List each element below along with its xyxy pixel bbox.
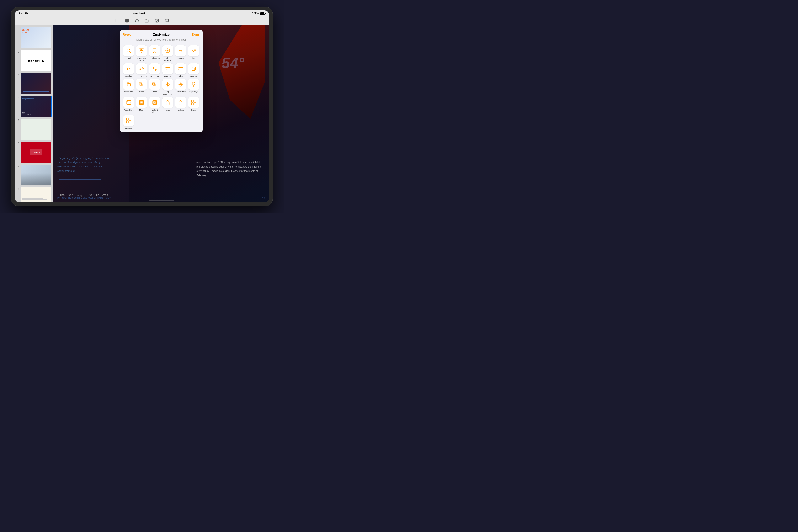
tool-flip-horizontal[interactable]: Flip Horizontal — [162, 79, 173, 95]
list-item[interactable]: 5 — [16, 118, 52, 140]
tool-presenter-label: Presenter Mode — [136, 57, 147, 62]
svg-rect-59 — [140, 101, 143, 104]
page-thumbnail[interactable]: I began my study... FEB.30' jogging — [21, 96, 52, 117]
customize-modal: Reset Customize Done Drag to add or remo… — [120, 30, 203, 132]
toolbar-folder-btn[interactable] — [142, 17, 152, 24]
tool-smaller[interactable]: A + Smaller — [123, 63, 134, 77]
tool-indent[interactable]: Indent — [175, 63, 186, 77]
flip-v-icon — [178, 82, 183, 87]
battery-fill — [260, 13, 264, 14]
tool-forward-label: Forward — [190, 75, 197, 77]
folder-icon — [145, 19, 149, 23]
page-thumbnail[interactable] — [21, 164, 52, 186]
tool-back-icon-box — [149, 79, 160, 90]
tool-mask[interactable]: Mask — [136, 97, 147, 113]
tool-unlock[interactable]: Unlock — [175, 97, 186, 113]
tool-group[interactable]: Group — [188, 97, 200, 113]
tool-find[interactable]: Find — [123, 45, 134, 62]
tool-ungroup[interactable]: Ungroup — [123, 115, 134, 129]
clock-icon — [135, 19, 139, 23]
status-date: Mon Jun 6 — [132, 12, 145, 15]
tool-select-objects-icon-box — [162, 45, 173, 56]
tool-mask-label: Mask — [139, 109, 144, 111]
tool-connect-icon-box — [175, 45, 186, 56]
battery-percent: 100% — [252, 12, 259, 15]
tool-paste-style[interactable]: Paste Style — [123, 97, 134, 113]
tool-mask-icon-box — [136, 97, 147, 108]
svg-rect-68 — [126, 118, 129, 120]
tool-select-objects[interactable]: Select Objects — [162, 45, 173, 62]
tool-superscript[interactable]: A 1 Superscript — [136, 63, 147, 77]
lock-icon — [165, 100, 170, 105]
tool-subscript[interactable]: A 1 Subscript — [149, 63, 160, 77]
tool-lock-icon-box — [162, 97, 173, 108]
tool-backward[interactable]: Backward — [123, 79, 134, 95]
back-icon — [152, 82, 157, 87]
toolbar-clock-btn[interactable] — [132, 17, 141, 24]
svg-text:+: + — [129, 67, 130, 70]
tool-presenter-icon-box — [136, 45, 147, 56]
copy-style-icon — [191, 82, 196, 87]
modal-caret — [159, 34, 163, 37]
battery-icon — [260, 12, 265, 15]
table-icon — [125, 19, 129, 23]
svg-point-29 — [179, 50, 179, 51]
tool-connect[interactable]: Connect — [175, 45, 186, 62]
list-item[interactable]: 2 BENEFITS — [16, 50, 52, 72]
tool-bigger[interactable]: A Bigger — [188, 45, 200, 62]
svg-point-5 — [115, 22, 116, 22]
page-thumbnail[interactable]: PRODUCT — [21, 141, 52, 163]
tool-instant-alpha-icon-box — [149, 97, 160, 108]
tool-instant-alpha[interactable]: Instant Alpha — [149, 97, 160, 113]
toolbar-table-btn[interactable] — [122, 17, 132, 24]
tool-paste-style-icon-box — [123, 97, 134, 108]
page-num: 4 — [16, 96, 19, 99]
tool-bookmarks-label: Bookmarks — [150, 57, 159, 59]
tool-lock[interactable]: Lock — [162, 97, 173, 113]
tool-backward-label: Backward — [124, 91, 133, 93]
list-item[interactable]: 3 — [16, 73, 52, 94]
tool-outdent[interactable]: Outdent — [162, 63, 173, 77]
find-icon — [126, 48, 131, 53]
toolbar-comment-btn[interactable] — [162, 17, 171, 24]
tool-presenter-mode[interactable]: Presenter Mode — [136, 45, 147, 62]
status-right: ▲ 100% — [249, 12, 265, 15]
page-num: 1 — [16, 27, 19, 30]
page-thumbnail[interactable] — [21, 73, 52, 94]
tool-subscript-icon-box: A 1 — [149, 63, 160, 74]
list-item[interactable]: 1 CALMAt 54 — [16, 27, 52, 49]
svg-rect-63 — [179, 102, 182, 105]
page-num: 6 — [16, 141, 19, 145]
bigger-icon: A — [191, 48, 196, 53]
tool-bookmarks[interactable]: Bookmarks — [149, 45, 160, 62]
modal-reset-button[interactable]: Reset — [123, 33, 131, 36]
page-thumbnail[interactable] — [21, 118, 52, 140]
toolbar-gallery-btn[interactable] — [152, 17, 162, 24]
tool-subscript-label: Subscript — [150, 75, 159, 77]
page-thumbnail[interactable]: CALMAt 54 — [21, 27, 52, 49]
tool-flip-vertical[interactable]: Flip Vertical — [175, 79, 186, 95]
thumb-title: CALMAt 54 — [22, 29, 29, 34]
tool-smaller-icon-box: A + — [123, 63, 134, 74]
list-item[interactable]: 4 I began my study... FEB.30' jogging — [16, 96, 52, 117]
svg-rect-6 — [126, 19, 129, 22]
list-item[interactable]: 6 PRODUCT — [16, 141, 52, 163]
ungroup-icon — [126, 118, 131, 123]
tool-front[interactable]: Front — [136, 79, 147, 95]
svg-point-13 — [156, 20, 157, 21]
svg-text:A: A — [126, 67, 129, 71]
modal-done-button[interactable]: Done — [192, 33, 200, 36]
tool-backward-icon-box — [123, 79, 134, 90]
tool-copy-style[interactable]: Copy Style — [188, 79, 200, 95]
svg-text:A: A — [139, 68, 141, 71]
tool-find-label: Find — [127, 57, 131, 59]
list-item[interactable]: 7 — [16, 164, 52, 186]
list-item[interactable]: 8 — [16, 187, 52, 203]
page-thumbnail[interactable]: BENEFITS — [21, 50, 52, 72]
tool-outdent-icon-box — [162, 63, 173, 74]
toolbar-list-btn[interactable] — [112, 17, 121, 24]
page-thumbnail[interactable] — [21, 187, 52, 203]
tool-back[interactable]: Back — [149, 79, 160, 95]
svg-point-14 — [127, 49, 130, 52]
tool-forward[interactable]: Forward — [188, 63, 200, 77]
